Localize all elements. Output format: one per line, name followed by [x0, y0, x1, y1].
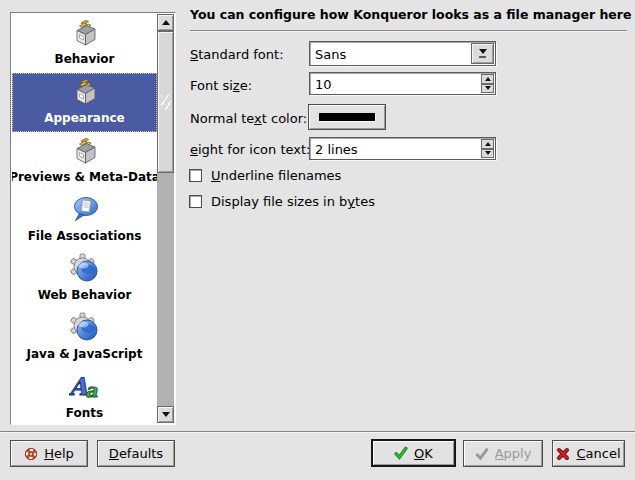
sidebar-item-label: Previews & Meta-Data — [12, 170, 157, 184]
chevron-down-icon — [479, 49, 487, 54]
arrow-down-icon — [162, 412, 170, 417]
konqueror-gear-globe-icon — [69, 312, 101, 344]
icon-text-height-label: eight for icon text: — [190, 142, 310, 157]
sidebar-item-label: Appearance — [44, 111, 125, 125]
footer-separator — [0, 431, 635, 433]
cancel-button[interactable]: Cancel — [552, 440, 625, 467]
sidebar-item-label: Behavior — [54, 52, 114, 66]
color-swatch — [319, 113, 375, 121]
sidebar-item-label: File Associations — [28, 229, 142, 243]
icon-text-height-spinbox[interactable]: 2 lines — [309, 137, 496, 160]
red-x-icon — [556, 447, 570, 461]
cancel-button-label: Cancel — [576, 446, 620, 461]
combobox-dash-icon — [479, 56, 486, 58]
standard-font-combobox[interactable]: Sans — [309, 41, 496, 66]
file-sizes-in-bytes-checkbox[interactable] — [189, 195, 202, 208]
standard-font-label: Standard font: — [190, 47, 284, 62]
standard-font-value: Sans — [315, 46, 346, 61]
defaults-button[interactable]: Defaults — [97, 440, 175, 467]
arrow-up-icon — [162, 20, 170, 25]
title-separator — [190, 30, 627, 32]
sidebar-scrollbar[interactable] — [157, 14, 174, 423]
apply-button-label: Apply — [495, 446, 532, 461]
scrollbar-grip-icon — [161, 95, 171, 110]
drawer-icon — [69, 17, 101, 49]
sidebar-item-fonts[interactable]: A a Fonts — [12, 368, 157, 423]
apply-button[interactable]: Apply — [463, 440, 543, 467]
arrow-down-icon — [485, 86, 491, 90]
normal-text-color-button[interactable] — [308, 104, 386, 130]
drawer-icon — [69, 135, 101, 167]
file-sizes-in-bytes-row: Display file sizes in bytes — [189, 194, 375, 209]
fonts-aa-icon: A a — [69, 371, 101, 403]
arrow-down-icon — [485, 151, 491, 155]
scrollbar-down-button[interactable] — [157, 406, 174, 423]
ok-button-label: OK — [414, 446, 433, 461]
underline-filenames-checkbox[interactable] — [189, 169, 202, 182]
konqueror-settings-dialog: Behavior Appearance — [0, 0, 635, 480]
gray-check-icon — [475, 447, 489, 461]
sidebar-item-java-javascript[interactable]: Java & JavaScript — [12, 309, 157, 368]
icon-text-height-value: 2 lines — [315, 141, 358, 156]
page-title: You can configure how Konqueror looks as… — [190, 7, 630, 22]
arrow-up-icon — [485, 142, 491, 146]
scrollbar-thumb[interactable] — [157, 31, 174, 173]
drawer-icon — [69, 76, 101, 108]
font-size-label: Font size: — [190, 78, 252, 93]
sidebar-item-label: Java & JavaScript — [27, 347, 143, 361]
sidebar-item-previews-meta-data[interactable]: Previews & Meta-Data — [12, 132, 157, 191]
speech-bubble-document-icon — [69, 194, 101, 226]
svg-text:a: a — [85, 379, 98, 401]
sidebar-item-file-associations[interactable]: File Associations — [12, 191, 157, 250]
module-list: Behavior Appearance — [10, 12, 176, 425]
spin-down-button[interactable] — [481, 149, 494, 159]
font-size-spinbox[interactable]: 10 — [309, 72, 496, 95]
spin-up-button[interactable] — [481, 139, 494, 149]
sidebar-item-appearance[interactable]: Appearance — [12, 73, 157, 132]
green-check-icon — [394, 446, 408, 460]
scrollbar-up-button[interactable] — [157, 14, 174, 31]
sidebar-item-label: Fonts — [66, 406, 103, 420]
spin-up-button[interactable] — [481, 74, 494, 84]
ok-button[interactable]: OK — [371, 439, 456, 467]
combobox-dropdown-button[interactable] — [471, 43, 494, 64]
underline-filenames-label[interactable]: Underline filenames — [211, 168, 341, 183]
sidebar-item-label: Web Behavior — [38, 288, 132, 302]
life-ring-icon — [24, 447, 38, 461]
help-button[interactable]: Help — [10, 440, 88, 467]
spin-down-button[interactable] — [481, 84, 494, 94]
normal-text-color-label: Normal text color: — [190, 111, 307, 126]
defaults-button-label: Defaults — [109, 446, 163, 461]
arrow-up-icon — [485, 77, 491, 81]
module-list-items: Behavior Appearance — [12, 14, 157, 423]
file-sizes-in-bytes-label[interactable]: Display file sizes in bytes — [211, 194, 375, 209]
sidebar-item-behavior[interactable]: Behavior — [12, 14, 157, 73]
underline-filenames-row: Underline filenames — [189, 168, 341, 183]
sidebar-item-web-behavior[interactable]: Web Behavior — [12, 250, 157, 309]
font-size-value: 10 — [315, 76, 332, 91]
konqueror-gear-globe-icon — [69, 253, 101, 285]
help-button-label: Help — [44, 446, 74, 461]
